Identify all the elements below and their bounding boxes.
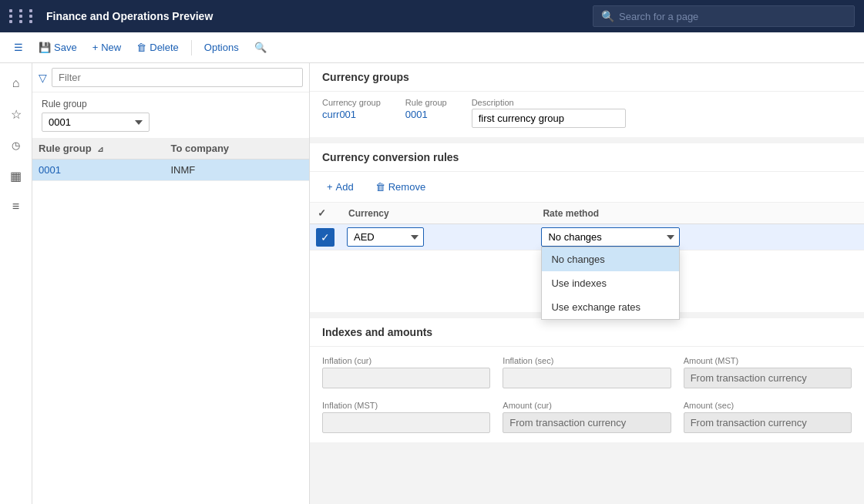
amount-cur-input[interactable] [503,412,671,433]
left-panel: ▽ Rule group 0001 Rule group ⊿ To compan… [32,63,310,504]
list-rule-group-cell: 0001 [39,164,171,176]
list-icon[interactable]: ≡ [2,193,30,220]
dropdown-option-use-indexes[interactable]: Use indexes [542,271,679,295]
currency-select-wrap: AED [347,227,424,247]
conversion-rules-table: ✓ Currency Rate method ✓ [310,203,864,250]
amount-mst-field: Amount (MST) [684,356,852,388]
header-check-icon: ✓ [318,207,326,219]
currency-groups-section: Currency groups Currency group curr001 R… [310,63,864,137]
dropdown-option-use-exchange-rates[interactable]: Use exchange rates [542,295,679,319]
currency-cell: AED [341,224,535,250]
table-row[interactable]: ✓ AED No changes [310,224,864,250]
list-item[interactable]: 0001 INMF [32,160,309,181]
rate-method-select[interactable]: No changes Use indexes Use exchange rate… [541,227,680,247]
conv-table-header: ✓ Currency Rate method [310,203,864,224]
hamburger-menu-button[interactable]: ☰ [8,39,29,56]
main-layout: ⌂ ☆ ◷ ▦ ≡ ▽ Rule group 0001 Rule group ⊿… [0,63,864,504]
hamburger-icon: ☰ [14,42,23,53]
conversion-rules-title: Currency conversion rules [310,143,864,172]
row-check-cell: ✓ [310,224,341,250]
rate-method-dropdown-popup: No changes Use indexes Use exchange rate… [541,247,680,320]
inflation-mst-label: Inflation (MST) [322,401,490,410]
rate-method-wrap: No changes Use indexes Use exchange rate… [541,227,858,247]
conversion-rules-section: Currency conversion rules + Add 🗑 Remove… [310,143,864,312]
options-button[interactable]: Options [198,39,245,56]
dropdown-option-no-changes[interactable]: No changes [542,247,679,271]
indexes-title: Indexes and amounts [310,318,864,347]
rate-method-col-header: Rate method [535,203,864,224]
list-header-row: Rule group ⊿ To company [32,138,309,160]
rule-group-meta-label: Rule group [405,98,447,107]
toolbar-search-icon: 🔍 [254,42,267,53]
apps-grid-icon[interactable] [9,9,37,23]
rule-group-meta-value[interactable]: 0001 [405,109,447,120]
currency-groups-title: Currency groups [310,63,864,92]
currency-select[interactable]: AED [347,227,424,247]
inflation-sec-label: Inflation (sec) [503,356,671,365]
calendar-icon[interactable]: ▦ [2,162,30,190]
filter-bar: ▽ [32,63,309,92]
recent-icon[interactable]: ◷ [2,131,30,159]
inflation-mst-input[interactable] [322,412,490,433]
add-icon: + [327,181,333,193]
amount-sec-field: Amount (sec) [684,401,852,433]
sort-icon: ⊿ [97,145,103,153]
new-icon: + [92,42,99,53]
action-toolbar: ☰ 💾 Save + New 🗑 Delete Options 🔍 [0,32,864,63]
description-label: Description [472,98,626,107]
currency-group-value[interactable]: curr001 [322,109,381,120]
currency-group-col: Currency group curr001 [322,98,381,128]
delete-button[interactable]: 🗑 Delete [130,39,185,56]
remove-icon: 🗑 [375,181,385,193]
icon-sidebar: ⌂ ☆ ◷ ▦ ≡ [0,63,32,504]
inflation-mst-field: Inflation (MST) [322,401,490,433]
search-icon: 🔍 [601,10,614,22]
right-panel: Currency groups Currency group curr001 R… [310,63,864,504]
save-button[interactable]: 💾 Save [32,39,83,56]
inflation-sec-input[interactable] [503,368,671,388]
delete-icon: 🗑 [136,42,146,53]
rule-group-select[interactable]: 0001 [42,113,150,132]
col-rule-group-header: Rule group ⊿ [39,143,171,154]
save-icon: 💾 [39,42,51,53]
rule-group-list: Rule group ⊿ To company 0001 INMF [32,138,309,504]
currency-groups-meta: Currency group curr001 Rule group 0001 D… [310,92,864,137]
global-search[interactable]: 🔍 [593,5,855,27]
amount-mst-label: Amount (MST) [684,356,852,365]
selected-check-icon: ✓ [316,228,335,247]
indexes-section: Indexes and amounts Inflation (cur) Infl… [310,318,864,442]
toolbar-search-button[interactable]: 🔍 [248,39,273,56]
new-button[interactable]: + New [86,39,128,56]
amount-cur-field: Amount (cur) [503,401,671,433]
top-navbar: Finance and Operations Preview 🔍 [0,0,864,32]
amount-cur-label: Amount (cur) [503,401,671,410]
remove-rule-button[interactable]: 🗑 Remove [368,178,433,196]
description-input[interactable] [472,109,626,128]
description-col: Description [472,98,626,128]
home-icon[interactable]: ⌂ [2,69,30,97]
favorites-icon[interactable]: ☆ [2,100,30,128]
currency-col-header: Currency [341,203,535,224]
rule-group-meta-col: Rule group 0001 [405,98,447,128]
inflation-sec-field: Inflation (sec) [503,356,671,388]
toolbar-separator [191,40,192,55]
search-input[interactable] [619,11,846,22]
indexes-grid: Inflation (cur) Inflation (sec) Amount (… [310,347,864,442]
filter-input[interactable] [52,68,303,87]
rate-method-cell: No changes Use indexes Use exchange rate… [535,224,864,250]
inflation-cur-field: Inflation (cur) [322,356,490,388]
add-rule-button[interactable]: + Add [319,178,361,196]
rule-group-label: Rule group [32,92,309,113]
amount-sec-input[interactable] [684,412,852,433]
col-to-company-header: To company [171,143,304,154]
list-to-company-cell: INMF [171,164,304,176]
inflation-cur-label: Inflation (cur) [322,356,490,365]
check-col-header: ✓ [310,203,341,224]
inflation-cur-input[interactable] [322,368,490,388]
conversion-rules-toolbar: + Add 🗑 Remove [310,172,864,203]
app-title: Finance and Operations Preview [46,10,583,22]
amount-mst-input[interactable] [684,368,852,388]
rule-group-select-wrap: 0001 [42,113,300,132]
amount-sec-label: Amount (sec) [684,401,852,410]
filter-icon: ▽ [39,72,47,84]
